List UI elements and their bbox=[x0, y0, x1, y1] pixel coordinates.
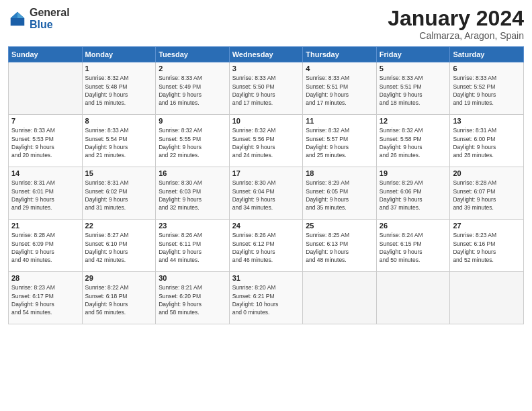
day-info: Sunrise: 8:29 AM Sunset: 6:05 PM Dayligh… bbox=[306, 179, 373, 212]
calendar-cell: 15Sunrise: 8:31 AM Sunset: 6:02 PM Dayli… bbox=[82, 167, 156, 220]
logo: General Blue bbox=[8, 7, 70, 30]
calendar-cell: 8Sunrise: 8:33 AM Sunset: 5:54 PM Daylig… bbox=[82, 115, 156, 167]
day-number: 25 bbox=[306, 222, 373, 230]
calendar-cell: 5Sunrise: 8:33 AM Sunset: 5:51 PM Daylig… bbox=[376, 62, 450, 115]
calendar-cell: 10Sunrise: 8:32 AM Sunset: 5:56 PM Dayli… bbox=[229, 115, 303, 167]
calendar-cell: 16Sunrise: 8:30 AM Sunset: 6:03 PM Dayli… bbox=[156, 167, 230, 220]
calendar-cell: 29Sunrise: 8:22 AM Sunset: 6:18 PM Dayli… bbox=[82, 272, 156, 324]
svg-marker-2 bbox=[11, 11, 17, 17]
calendar-cell: 30Sunrise: 8:21 AM Sunset: 6:20 PM Dayli… bbox=[156, 272, 230, 324]
day-number: 31 bbox=[232, 274, 300, 282]
day-info: Sunrise: 8:31 AM Sunset: 6:01 PM Dayligh… bbox=[11, 179, 79, 212]
calendar-cell: 14Sunrise: 8:31 AM Sunset: 6:01 PM Dayli… bbox=[9, 167, 83, 220]
day-number: 15 bbox=[85, 169, 153, 177]
calendar-title: January 2024 bbox=[388, 7, 524, 30]
logo-icon bbox=[8, 9, 27, 28]
calendar-table: Sunday Monday Tuesday Wednesday Thursday… bbox=[8, 46, 524, 324]
header-monday: Monday bbox=[82, 47, 156, 62]
title-block: January 2024 Calmarza, Aragon, Spain bbox=[388, 7, 524, 41]
calendar-cell bbox=[376, 272, 450, 324]
calendar-cell: 27Sunrise: 8:23 AM Sunset: 6:16 PM Dayli… bbox=[450, 220, 524, 272]
calendar-cell: 24Sunrise: 8:26 AM Sunset: 6:12 PM Dayli… bbox=[229, 220, 303, 272]
calendar-week-row: 28Sunrise: 8:23 AM Sunset: 6:17 PM Dayli… bbox=[9, 272, 524, 324]
calendar-cell: 3Sunrise: 8:33 AM Sunset: 5:50 PM Daylig… bbox=[229, 62, 303, 115]
day-number: 4 bbox=[306, 64, 373, 73]
day-number: 19 bbox=[380, 169, 447, 177]
calendar-cell: 11Sunrise: 8:32 AM Sunset: 5:57 PM Dayli… bbox=[303, 115, 377, 167]
day-number: 1 bbox=[85, 64, 153, 73]
day-info: Sunrise: 8:32 AM Sunset: 5:48 PM Dayligh… bbox=[85, 74, 153, 107]
day-number: 17 bbox=[232, 169, 300, 177]
calendar-cell: 17Sunrise: 8:30 AM Sunset: 6:04 PM Dayli… bbox=[229, 167, 303, 220]
day-number: 24 bbox=[232, 222, 300, 230]
calendar-week-row: 1Sunrise: 8:32 AM Sunset: 5:48 PM Daylig… bbox=[9, 62, 524, 115]
page-header: General Blue January 2024 Calmarza, Arag… bbox=[8, 7, 524, 41]
day-info: Sunrise: 8:33 AM Sunset: 5:54 PM Dayligh… bbox=[85, 126, 153, 159]
day-number: 27 bbox=[453, 222, 521, 230]
day-number: 28 bbox=[11, 274, 79, 282]
calendar-cell: 22Sunrise: 8:27 AM Sunset: 6:10 PM Dayli… bbox=[82, 220, 156, 272]
header-sunday: Sunday bbox=[9, 47, 83, 62]
calendar-cell: 26Sunrise: 8:24 AM Sunset: 6:15 PM Dayli… bbox=[376, 220, 450, 272]
calendar-cell: 9Sunrise: 8:32 AM Sunset: 5:55 PM Daylig… bbox=[156, 115, 230, 167]
day-number: 26 bbox=[380, 222, 447, 230]
calendar-cell: 31Sunrise: 8:20 AM Sunset: 6:21 PM Dayli… bbox=[229, 272, 303, 324]
day-info: Sunrise: 8:33 AM Sunset: 5:52 PM Dayligh… bbox=[453, 74, 521, 107]
day-info: Sunrise: 8:33 AM Sunset: 5:50 PM Dayligh… bbox=[232, 74, 300, 107]
svg-marker-1 bbox=[17, 11, 24, 17]
calendar-header-row: Sunday Monday Tuesday Wednesday Thursday… bbox=[9, 47, 524, 62]
day-number: 11 bbox=[306, 117, 373, 125]
day-info: Sunrise: 8:28 AM Sunset: 6:07 PM Dayligh… bbox=[453, 179, 521, 212]
calendar-cell bbox=[303, 272, 377, 324]
header-tuesday: Tuesday bbox=[156, 47, 230, 62]
calendar-cell: 7Sunrise: 8:33 AM Sunset: 5:53 PM Daylig… bbox=[9, 115, 83, 167]
header-friday: Friday bbox=[376, 47, 450, 62]
calendar-week-row: 21Sunrise: 8:28 AM Sunset: 6:09 PM Dayli… bbox=[9, 220, 524, 272]
calendar-week-row: 14Sunrise: 8:31 AM Sunset: 6:01 PM Dayli… bbox=[9, 167, 524, 220]
calendar-cell: 23Sunrise: 8:26 AM Sunset: 6:11 PM Dayli… bbox=[156, 220, 230, 272]
calendar-cell: 21Sunrise: 8:28 AM Sunset: 6:09 PM Dayli… bbox=[9, 220, 83, 272]
calendar-body: 1Sunrise: 8:32 AM Sunset: 5:48 PM Daylig… bbox=[9, 62, 524, 324]
day-info: Sunrise: 8:23 AM Sunset: 6:17 PM Dayligh… bbox=[11, 283, 79, 316]
calendar-cell: 25Sunrise: 8:25 AM Sunset: 6:13 PM Dayli… bbox=[303, 220, 377, 272]
day-number: 7 bbox=[11, 117, 79, 125]
day-number: 3 bbox=[232, 64, 300, 73]
calendar-cell: 1Sunrise: 8:32 AM Sunset: 5:48 PM Daylig… bbox=[82, 62, 156, 115]
calendar-cell: 19Sunrise: 8:29 AM Sunset: 6:06 PM Dayli… bbox=[376, 167, 450, 220]
calendar-cell: 4Sunrise: 8:33 AM Sunset: 5:51 PM Daylig… bbox=[303, 62, 377, 115]
day-info: Sunrise: 8:32 AM Sunset: 5:57 PM Dayligh… bbox=[306, 126, 373, 159]
calendar-cell: 12Sunrise: 8:32 AM Sunset: 5:58 PM Dayli… bbox=[376, 115, 450, 167]
day-info: Sunrise: 8:32 AM Sunset: 5:58 PM Dayligh… bbox=[380, 126, 447, 159]
day-number: 22 bbox=[85, 222, 153, 230]
day-info: Sunrise: 8:25 AM Sunset: 6:13 PM Dayligh… bbox=[306, 231, 373, 264]
calendar-cell: 18Sunrise: 8:29 AM Sunset: 6:05 PM Dayli… bbox=[303, 167, 377, 220]
calendar-cell bbox=[450, 272, 524, 324]
logo-blue: Blue bbox=[30, 19, 70, 31]
header-thursday: Thursday bbox=[303, 47, 377, 62]
day-info: Sunrise: 8:28 AM Sunset: 6:09 PM Dayligh… bbox=[11, 231, 79, 264]
day-info: Sunrise: 8:31 AM Sunset: 6:00 PM Dayligh… bbox=[453, 126, 521, 159]
day-number: 18 bbox=[306, 169, 373, 177]
day-info: Sunrise: 8:21 AM Sunset: 6:20 PM Dayligh… bbox=[159, 283, 226, 316]
day-number: 6 bbox=[453, 64, 521, 73]
day-number: 16 bbox=[159, 169, 226, 177]
day-number: 29 bbox=[85, 274, 153, 282]
day-info: Sunrise: 8:26 AM Sunset: 6:12 PM Dayligh… bbox=[232, 231, 300, 264]
calendar-cell: 13Sunrise: 8:31 AM Sunset: 6:00 PM Dayli… bbox=[450, 115, 524, 167]
calendar-week-row: 7Sunrise: 8:33 AM Sunset: 5:53 PM Daylig… bbox=[9, 115, 524, 167]
day-number: 9 bbox=[159, 117, 226, 125]
day-info: Sunrise: 8:32 AM Sunset: 5:55 PM Dayligh… bbox=[159, 126, 226, 159]
day-info: Sunrise: 8:33 AM Sunset: 5:53 PM Dayligh… bbox=[11, 126, 79, 159]
day-info: Sunrise: 8:29 AM Sunset: 6:06 PM Dayligh… bbox=[380, 179, 447, 212]
day-number: 10 bbox=[232, 117, 300, 125]
day-info: Sunrise: 8:20 AM Sunset: 6:21 PM Dayligh… bbox=[232, 283, 300, 316]
day-number: 20 bbox=[453, 169, 521, 177]
day-info: Sunrise: 8:33 AM Sunset: 5:51 PM Dayligh… bbox=[306, 74, 373, 107]
day-number: 21 bbox=[11, 222, 79, 230]
day-info: Sunrise: 8:33 AM Sunset: 5:49 PM Dayligh… bbox=[159, 74, 226, 107]
day-info: Sunrise: 8:33 AM Sunset: 5:51 PM Dayligh… bbox=[380, 74, 447, 107]
day-info: Sunrise: 8:24 AM Sunset: 6:15 PM Dayligh… bbox=[380, 231, 447, 264]
header-saturday: Saturday bbox=[450, 47, 524, 62]
calendar-cell: 20Sunrise: 8:28 AM Sunset: 6:07 PM Dayli… bbox=[450, 167, 524, 220]
day-info: Sunrise: 8:27 AM Sunset: 6:10 PM Dayligh… bbox=[85, 231, 153, 264]
